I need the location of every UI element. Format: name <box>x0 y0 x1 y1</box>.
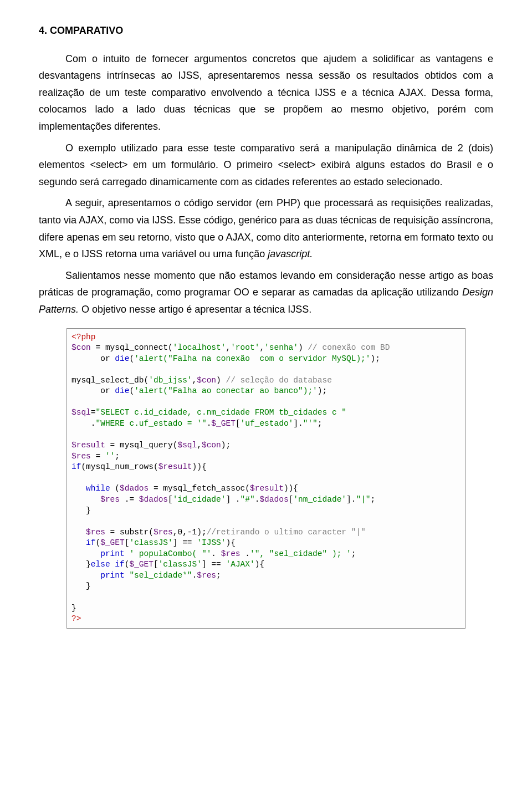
code-token: $res <box>71 528 105 537</box>
code-token: 'uf_estado' <box>241 419 294 428</box>
code-token: ( <box>115 484 120 493</box>
code-token: mysql_select_db( <box>71 376 149 385</box>
code-token: 'AJAX' <box>226 560 255 569</box>
code-token: $con <box>71 343 91 352</box>
code-token: (mysql_num_rows( <box>81 462 158 471</box>
code-token: ( <box>96 538 101 547</box>
code-token: "SELECT c.id_cidade, c.nm_cidade FROM tb… <box>96 408 346 417</box>
code-token: 0 <box>177 528 182 537</box>
code-token: "WHERE c.uf_estado = '" <box>96 419 207 428</box>
code-token: . <box>71 419 96 428</box>
code-token: 'id_cidade' <box>173 495 226 504</box>
code-token: ; <box>351 549 356 558</box>
code-token: [ <box>168 495 173 504</box>
code-token: ); <box>221 441 231 450</box>
code-token: $con <box>197 376 216 385</box>
code-token: "|" <box>356 495 370 504</box>
code-token: ] == <box>202 560 226 569</box>
paragraph-4b-text: O objetivo nesse artigo é apresentar a t… <box>79 304 311 315</box>
code-token: , <box>226 343 231 352</box>
code-token: } <box>71 560 91 569</box>
code-token: = <box>91 408 96 417</box>
code-token: , <box>192 376 197 385</box>
code-token: ); <box>197 528 206 537</box>
code-token: 'classJS' <box>129 538 172 547</box>
code-token: 'nm_cidade' <box>293 495 346 504</box>
code-token: [ <box>236 419 241 428</box>
code-token: if <box>71 538 96 547</box>
code-token: ,- <box>182 528 192 537</box>
paragraph-4: Salientamos nesse momento que não estamo… <box>39 267 493 318</box>
code-token: // conexão com BD <box>308 343 390 352</box>
code-token: print <box>71 549 129 558</box>
code-token: ; <box>371 495 376 504</box>
code-token: $dados <box>139 495 168 504</box>
code-token: $dados <box>120 484 149 493</box>
code-token: . <box>211 549 221 558</box>
paragraph-3-italic: javascript. <box>268 248 313 259</box>
code-token: print <box>71 571 129 580</box>
code-token: } <box>71 604 76 613</box>
code-token: ; <box>115 452 120 461</box>
code-token: ] . <box>226 495 240 504</box>
code-token: "'" <box>303 419 318 428</box>
code-token: $con <box>202 441 221 450</box>
code-token: .= <box>120 495 139 504</box>
code-token: $res <box>221 549 241 558</box>
code-token: 'classJS' <box>158 560 202 569</box>
code-token: //retirando o ultimo caracter "|" <box>207 528 366 537</box>
code-token: } <box>71 506 91 515</box>
section-heading: 4. COMPARATIVO <box>39 22 493 39</box>
code-token: , <box>197 441 202 450</box>
code-token: $sql <box>177 441 197 450</box>
code-token: ] == <box>173 538 197 547</box>
code-token: "#" <box>241 495 255 504</box>
code-token: ) <box>298 343 308 352</box>
code-token: ' populaCombo( "' <box>129 549 211 558</box>
code-token: $res <box>154 528 173 537</box>
code-token: $result <box>250 484 284 493</box>
code-token: 1 <box>192 528 197 537</box>
code-token: ){ <box>255 560 264 569</box>
code-token: die <box>115 354 129 363</box>
code-token: if <box>71 462 81 471</box>
code-token: ); <box>318 386 327 395</box>
code-token: $dados <box>259 495 288 504</box>
paragraph-2: O exemplo utilizado para esse teste comp… <box>39 140 493 191</box>
code-token: ( <box>129 386 134 395</box>
code-token: )){ <box>284 484 298 493</box>
code-token: 'db_ijss' <box>149 376 192 385</box>
code-token: // seleção do database <box>226 376 331 385</box>
code-token: '' <box>105 452 115 461</box>
code-token: $sql <box>71 408 91 417</box>
code-token: while <box>71 484 115 493</box>
code-token: , <box>259 343 264 352</box>
code-token: $_GET <box>211 419 236 428</box>
paragraph-4a-text: Salientamos nesse momento que não estamo… <box>39 270 493 298</box>
code-token: } <box>71 581 91 590</box>
code-token: else if <box>91 560 125 569</box>
code-token: 'root' <box>231 343 259 352</box>
code-token: or <box>71 354 115 363</box>
code-token: ; <box>216 571 221 580</box>
code-token: $res <box>197 571 216 580</box>
code-token: ]. <box>293 419 303 428</box>
code-token: 'alert("Falha na conexão com o servidor … <box>134 354 370 363</box>
code-token: = substr( <box>105 528 154 537</box>
code-token: ); <box>371 354 380 363</box>
code-token: ?> <box>71 614 81 623</box>
php-code-block: <?php $con = mysql_connect('localhost','… <box>66 328 466 629</box>
code-token: . <box>241 549 250 558</box>
code-token: $_GET <box>129 560 154 569</box>
code-token: ]. <box>346 495 356 504</box>
code-token: ; <box>318 419 323 428</box>
code-token: $_GET <box>100 538 125 547</box>
code-token: 'localhost' <box>173 343 226 352</box>
code-token: ) <box>216 376 226 385</box>
code-token: 'alert("Falha ao conectar ao banco");' <box>134 386 318 395</box>
code-token: "sel_cidade*" <box>129 571 192 580</box>
code-token: = <box>91 452 105 461</box>
code-token: ( <box>129 354 134 363</box>
paragraph-1: Com o intuito de fornecer argumentos con… <box>39 50 493 135</box>
code-token: $res <box>71 452 91 461</box>
